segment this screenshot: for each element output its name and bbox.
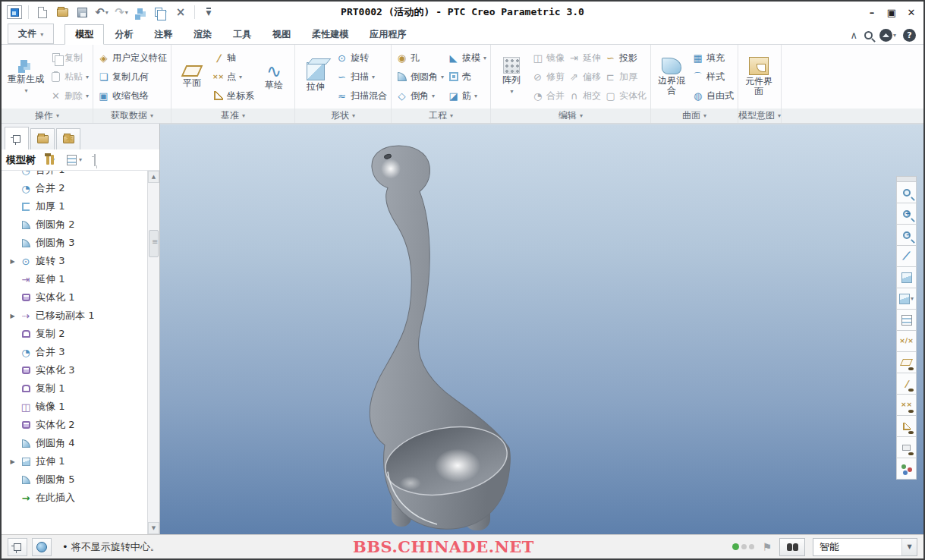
tree-item[interactable]: 实体化 1 xyxy=(2,288,147,307)
tree-item[interactable]: 复制 2 xyxy=(2,325,147,343)
tree-item[interactable]: 复制 1 xyxy=(2,379,147,398)
tree-item[interactable]: ◔合并 1 xyxy=(2,171,147,179)
revolve-button[interactable]: ⊙旋转 xyxy=(335,49,387,66)
solidify-button[interactable]: ▢实体化 xyxy=(604,87,647,104)
fill-button[interactable]: ▦填充 xyxy=(691,49,734,66)
redo-button[interactable]: ↷▾ xyxy=(113,5,130,20)
tree-item[interactable]: ◔合并 2 xyxy=(2,179,147,197)
saved-orientations-button[interactable]: ▾ xyxy=(896,288,917,310)
tab-tools[interactable]: 工具 xyxy=(222,24,262,44)
offset-button[interactable]: ⇗偏移 xyxy=(568,68,601,85)
sweep-button[interactable]: ∽扫描▾ xyxy=(335,68,387,85)
chevron-down-icon[interactable]: ▾ xyxy=(24,86,27,96)
chamfer-button[interactable]: ◇倒角▾ xyxy=(395,87,444,104)
paste-button[interactable]: 粘贴▾ xyxy=(49,68,89,85)
swept-blend-button[interactable]: ≈扫描混合 xyxy=(335,87,387,104)
axis-display-button[interactable]: ∕ xyxy=(896,373,917,395)
plane-display-button[interactable] xyxy=(896,352,917,373)
group-label-operations[interactable]: 操作▾ xyxy=(2,109,93,123)
chevron-down-icon[interactable]: ▼ xyxy=(901,539,917,555)
point-display-button[interactable]: ×× xyxy=(896,395,917,416)
learning-connector-button[interactable]: ▾ xyxy=(879,29,896,42)
undo-button[interactable]: ↶▾ xyxy=(93,5,110,20)
new-file-button[interactable] xyxy=(34,5,51,20)
tree-item[interactable]: 倒圆角 4 xyxy=(2,434,147,452)
3d-model-nessie-ladle[interactable] xyxy=(160,124,923,534)
group-label-shapes[interactable]: 形状▾ xyxy=(295,109,391,123)
style-button[interactable]: ⌒样式 xyxy=(691,68,734,85)
find-button[interactable] xyxy=(779,538,805,556)
shell-button[interactable]: 壳 xyxy=(447,68,486,85)
tree-item[interactable]: 倒圆角 5 xyxy=(2,470,147,489)
save-button[interactable] xyxy=(74,5,90,20)
project-button[interactable]: ∽投影 xyxy=(604,49,647,66)
tree-item[interactable]: ⇥延伸 1 xyxy=(2,270,147,288)
group-label-model-intent[interactable]: 模型意图▾ xyxy=(738,109,781,123)
point-button[interactable]: ××点▾ xyxy=(212,68,254,85)
view-manager-button[interactable] xyxy=(896,310,917,331)
boundary-blend-button[interactable]: 边界混合 xyxy=(655,56,688,97)
group-label-datum[interactable]: 基准▾ xyxy=(171,109,294,123)
tree-item[interactable]: ▶拉伸 1 xyxy=(2,452,147,470)
restore-button[interactable]: ▣ xyxy=(886,7,898,18)
tree-item[interactable]: 倒圆角 2 xyxy=(2,216,147,234)
datum-display-filters-button[interactable]: ×/× xyxy=(896,331,917,352)
search-button[interactable] xyxy=(864,31,873,39)
close-window-button[interactable]: × xyxy=(172,5,189,20)
flag-icon[interactable]: ⚑ xyxy=(762,541,772,553)
round-button[interactable]: 倒圆角▾ xyxy=(395,68,444,85)
toggle-browser-button[interactable] xyxy=(32,538,52,556)
chevron-down-icon[interactable]: ▾ xyxy=(125,9,128,16)
scroll-down-arrow[interactable]: ▼ xyxy=(148,522,159,534)
delete-button[interactable]: ✕删除▾ xyxy=(49,87,89,104)
tree-item[interactable]: ▶⇢已移动副本 1 xyxy=(2,307,147,325)
toggle-navigator-button[interactable] xyxy=(8,538,27,556)
sketch-button[interactable]: ∿ 草绘 xyxy=(257,62,291,92)
minimize-button[interactable]: – xyxy=(866,7,878,18)
tree-filter-button[interactable] xyxy=(94,155,96,165)
copy-geometry-button[interactable]: ❏复制几何 xyxy=(97,68,167,85)
tab-flexible-modeling[interactable]: 柔性建模 xyxy=(301,24,359,44)
tree-item[interactable]: 实体化 2 xyxy=(2,416,147,434)
scroll-up-arrow[interactable]: ▲ xyxy=(148,171,159,183)
tab-model-tree[interactable] xyxy=(5,127,29,149)
repaint-button[interactable]: ⟋ xyxy=(896,246,917,267)
draft-button[interactable]: ◣拔模▾ xyxy=(447,49,486,66)
zoom-out-button[interactable]: – xyxy=(896,225,917,246)
tab-annotate[interactable]: 注释 xyxy=(143,24,183,44)
plane-button[interactable]: 平面 xyxy=(175,64,209,90)
tab-applications[interactable]: 应用程序 xyxy=(359,24,417,44)
pattern-button[interactable]: 阵列 ▾ xyxy=(495,55,528,98)
tab-file[interactable]: 文件 ▾ xyxy=(8,24,54,44)
intersect-button[interactable]: ∩相交 xyxy=(568,87,601,104)
tab-folder-browser[interactable] xyxy=(30,128,55,149)
tree-item-insert-here[interactable]: →在此插入 xyxy=(2,489,147,507)
tree-item[interactable]: 加厚 1 xyxy=(2,197,147,216)
mirror-button[interactable]: ◫镜像 xyxy=(531,49,565,66)
group-label-engineering[interactable]: 工程▾ xyxy=(392,109,490,123)
annotation-display-button[interactable] xyxy=(896,437,917,458)
trim-button[interactable]: ⊘修剪 xyxy=(531,68,565,85)
axis-button[interactable]: ∕轴 xyxy=(212,49,254,66)
customize-qat-button[interactable]: ▼ xyxy=(200,5,217,20)
regenerate-manager-button[interactable] xyxy=(133,5,149,20)
rib-button[interactable]: ◪筋▾ xyxy=(447,87,486,104)
scrollbar-thumb[interactable] xyxy=(149,230,159,257)
tab-view[interactable]: 视图 xyxy=(262,24,301,44)
hole-button[interactable]: ◉孔 xyxy=(395,49,444,66)
tree-item[interactable]: 实体化 3 xyxy=(2,361,147,379)
tree-item[interactable]: 倒圆角 3 xyxy=(2,234,147,252)
shrinkwrap-button[interactable]: ▣收缩包络 xyxy=(97,87,167,104)
udf-button[interactable]: ◈用户定义特征 xyxy=(97,49,167,66)
tab-model[interactable]: 模型 xyxy=(64,24,104,45)
expand-arrow-icon[interactable]: ▶ xyxy=(9,258,16,265)
merge-button[interactable]: ◔合并 xyxy=(531,87,565,104)
group-label-editing[interactable]: 编辑▾ xyxy=(491,109,650,123)
chevron-down-icon[interactable]: ▾ xyxy=(511,87,514,96)
close-button[interactable]: ✕ xyxy=(905,7,917,18)
copy-button[interactable]: 复制 xyxy=(49,49,89,66)
expand-arrow-icon[interactable]: ▶ xyxy=(9,458,16,465)
csys-button[interactable]: 坐标系 xyxy=(212,87,254,104)
tree-item[interactable]: ◔合并 3 xyxy=(2,343,147,361)
refit-button[interactable] xyxy=(896,182,917,203)
